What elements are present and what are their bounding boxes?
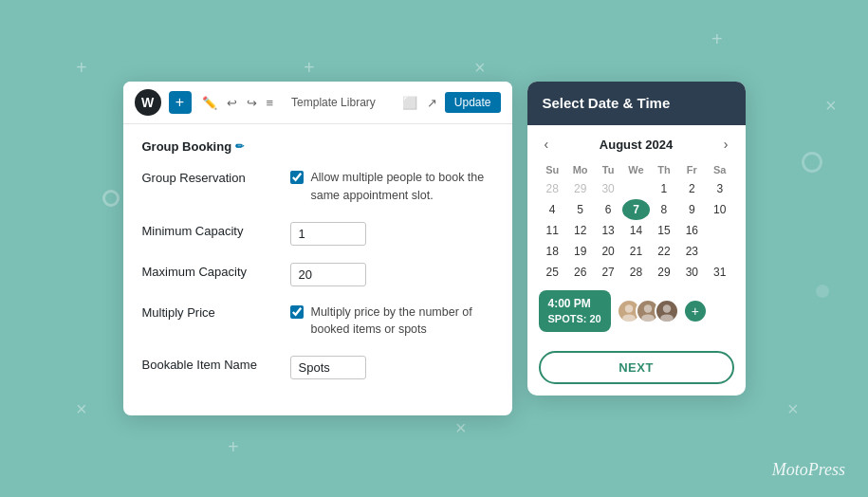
table-row[interactable]: 5 xyxy=(566,199,594,220)
day-header-sa: Sa xyxy=(706,161,733,178)
svg-point-0 xyxy=(625,304,633,312)
table-row[interactable]: 27 xyxy=(594,262,621,283)
table-row[interactable] xyxy=(622,178,650,199)
calendar-nav: ‹ August 2024 › xyxy=(539,135,734,154)
deco-x-4: × xyxy=(455,417,467,439)
svg-point-1 xyxy=(622,314,636,322)
table-row[interactable]: 16 xyxy=(678,220,706,241)
update-button[interactable]: Update xyxy=(445,92,501,113)
deco-plus-4: + xyxy=(228,436,239,458)
day-header-fr: Fr xyxy=(678,161,706,178)
table-row[interactable]: 15 xyxy=(650,220,677,241)
wp-toolbar-icons: ✏️ ↩ ↪ ≡ xyxy=(199,94,277,112)
table-row[interactable]: 13 xyxy=(594,220,621,241)
pencil-icon[interactable]: ✏️ xyxy=(199,94,220,112)
table-row[interactable]: 31 xyxy=(706,262,733,283)
table-row[interactable]: 23 xyxy=(678,241,706,262)
deco-circle-3 xyxy=(802,152,822,173)
table-row[interactable]: 30 xyxy=(678,262,706,283)
section-edit-icon[interactable]: ✏ xyxy=(235,140,244,153)
table-row[interactable]: 12 xyxy=(566,220,594,241)
main-wrapper: W + ✏️ ↩ ↪ ≡ Template Library ⬜ ↗ Update… xyxy=(123,82,746,415)
table-row[interactable]: 30 xyxy=(594,178,621,199)
group-reservation-control: Allow multiple people to book the same a… xyxy=(290,169,493,205)
deco-plus-1: + xyxy=(76,57,87,79)
wp-content: Group Booking ✏ Group Reservation Allow … xyxy=(123,124,512,415)
table-row[interactable]: 10 xyxy=(706,199,733,220)
table-row[interactable] xyxy=(706,220,733,241)
table-row[interactable] xyxy=(706,241,733,262)
menu-icon[interactable]: ≡ xyxy=(264,94,277,112)
multiply-price-checkbox[interactable] xyxy=(290,305,304,319)
table-row[interactable]: 28 xyxy=(622,262,650,283)
svg-point-4 xyxy=(663,304,671,312)
wp-add-button[interactable]: + xyxy=(169,91,192,114)
day-header-mo: Mo xyxy=(566,161,594,178)
external-link-icon[interactable]: ↗ xyxy=(425,94,439,112)
svg-point-5 xyxy=(660,314,674,322)
deco-x-1: × xyxy=(474,57,486,79)
deco-plus-3: + xyxy=(711,28,723,50)
svg-point-2 xyxy=(644,304,652,312)
minimum-capacity-control xyxy=(290,222,493,246)
spots-text: SPOTS: 20 xyxy=(548,312,601,326)
avatar-3 xyxy=(655,299,679,323)
table-row[interactable]: 3 xyxy=(706,178,733,199)
time-slot: 4:00 PM SPOTS: 20 + xyxy=(539,290,734,332)
calendar-body: ‹ August 2024 › Su Mo Tu We Th Fr Sa xyxy=(527,125,746,341)
table-row[interactable]: 1 xyxy=(650,178,677,199)
day-header-th: Th xyxy=(650,161,677,178)
table-row[interactable]: 29 xyxy=(650,262,677,283)
deco-x-5: × xyxy=(787,398,799,420)
table-row[interactable]: 2 xyxy=(678,178,706,199)
table-row[interactable]: 21 xyxy=(622,241,650,262)
calendar-panel: Select Date & Time ‹ August 2024 › Su Mo… xyxy=(527,82,746,396)
table-row[interactable]: 14 xyxy=(622,220,650,241)
redo-icon[interactable]: ↪ xyxy=(244,94,260,112)
next-month-button[interactable]: › xyxy=(718,135,734,154)
undo-icon[interactable]: ↩ xyxy=(224,94,240,112)
wp-panel: W + ✏️ ↩ ↪ ≡ Template Library ⬜ ↗ Update… xyxy=(123,82,512,415)
day-header-we: We xyxy=(622,161,650,178)
prev-month-button[interactable]: ‹ xyxy=(539,135,555,154)
multiply-price-row: Multiply Price Multiply price by the num… xyxy=(142,304,493,340)
avatar-group: + xyxy=(617,299,708,323)
calendar-today[interactable]: 7 xyxy=(622,199,650,220)
table-row[interactable]: 18 xyxy=(539,241,566,262)
table-row[interactable]: 11 xyxy=(539,220,566,241)
bookable-item-name-control xyxy=(290,356,493,379)
bookable-item-name-input[interactable] xyxy=(290,356,366,379)
table-row[interactable]: 29 xyxy=(566,178,594,199)
group-reservation-label: Group Reservation xyxy=(142,169,275,185)
table-row[interactable]: 26 xyxy=(566,262,594,283)
template-library-label: Template Library xyxy=(291,96,393,109)
time-badge[interactable]: 4:00 PM SPOTS: 20 xyxy=(539,290,611,332)
deco-circle-1 xyxy=(102,190,120,207)
table-row[interactable]: 9 xyxy=(678,199,706,220)
window-icon[interactable]: ⬜ xyxy=(400,94,419,112)
day-header-tu: Tu xyxy=(594,161,621,178)
maximum-capacity-row: Maximum Capacity xyxy=(142,263,493,286)
table-row[interactable]: 20 xyxy=(594,241,621,262)
maximum-capacity-label: Maximum Capacity xyxy=(142,263,275,279)
minimum-capacity-input[interactable] xyxy=(290,222,366,246)
table-row[interactable]: 6 xyxy=(594,199,621,220)
table-row[interactable]: 19 xyxy=(566,241,594,262)
table-row[interactable]: 22 xyxy=(650,241,677,262)
deco-x-2: × xyxy=(825,95,837,117)
table-row[interactable]: 28 xyxy=(539,178,566,199)
day-header-su: Su xyxy=(539,161,566,178)
next-button[interactable]: NEXT xyxy=(539,351,734,384)
group-reservation-text: Allow multiple people to book the same a… xyxy=(311,169,493,205)
multiply-price-label: Multiply Price xyxy=(142,304,275,320)
maximum-capacity-control xyxy=(290,263,493,286)
calendar-title: Select Date & Time xyxy=(543,95,671,111)
table-row[interactable]: 8 xyxy=(650,199,677,220)
table-row[interactable]: 25 xyxy=(539,262,566,283)
maximum-capacity-input[interactable] xyxy=(290,263,366,286)
calendar-grid: Su Mo Tu We Th Fr Sa 28 29 30 xyxy=(539,161,734,283)
table-row[interactable]: 4 xyxy=(539,199,566,220)
group-reservation-checkbox[interactable] xyxy=(290,171,304,184)
avatar-add-button[interactable]: + xyxy=(683,299,708,323)
multiply-price-checkbox-row: Multiply price by the number of booked i… xyxy=(290,304,493,340)
